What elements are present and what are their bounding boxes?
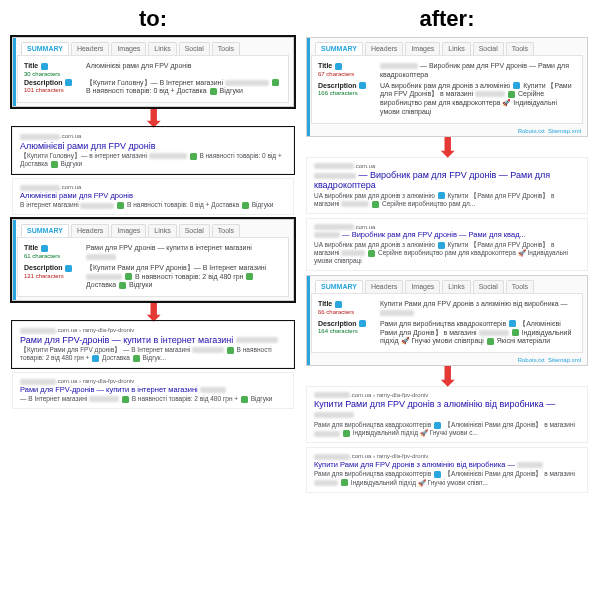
heading-to: to: — [12, 0, 294, 34]
arrow-icon: ⬇ — [12, 111, 294, 125]
arrow-icon: ⬇ — [12, 305, 294, 319]
tab-images[interactable]: Images — [111, 42, 146, 55]
tab-social[interactable]: Social — [179, 42, 210, 55]
seo-panel-2: SUMMARY Headers Images Links Social Tool… — [12, 219, 294, 301]
seo-panel-1: SUMMARY Headers Images Links Social Tool… — [12, 37, 294, 107]
serp-result-2r[interactable]: .com.ua — Виробник рам для FPV дронів — … — [306, 218, 588, 271]
tab-tools[interactable]: Tools — [212, 42, 240, 55]
heading-after: after: — [306, 0, 588, 34]
column-to: to: SUMMARY Headers Images Links Social … — [12, 0, 294, 497]
tabs: SUMMARY Headers Images Links Social Tool… — [13, 38, 293, 55]
tab-summary[interactable]: SUMMARY — [21, 42, 69, 55]
column-after: after: SUMMARY Headers Images Links Soci… — [306, 0, 588, 497]
serp-result-1r[interactable]: .com.ua — Виробник рам для FPV дронів — … — [306, 157, 588, 214]
serp-result-3[interactable]: .com.ua › ramy-dla-fpv-droniv Рами для F… — [12, 321, 294, 368]
arrow-icon: ⬇ — [306, 370, 588, 384]
serp-result-4[interactable]: .com.ua › ramy-dla-fpv-droniv Рами для F… — [12, 372, 294, 409]
serp-result-1[interactable]: .com.ua Алюмінієві рами для FPV дронів 【… — [12, 127, 294, 174]
desc-value: 【Купити Головну】— В Інтернет магазині В … — [86, 79, 282, 97]
seo-panel-1r: SUMMARY Headers Images Links Social Tool… — [306, 37, 588, 137]
arrow-icon: ⬇ — [306, 141, 588, 155]
seo-panel-2r: SUMMARY Headers Images Links Social Tool… — [306, 275, 588, 366]
tab-headers[interactable]: Headers — [71, 42, 109, 55]
serp-result-2[interactable]: .com.ua Алюмінієві рами для FPV дронів В… — [12, 178, 294, 215]
title-value: Алюмінієві рами для FPV дронів — [86, 62, 282, 71]
tab-links[interactable]: Links — [148, 42, 176, 55]
label-title: Title — [24, 62, 38, 69]
serp-result-4r[interactable]: .com.ua › ramy-dla-fpv-droniv Купити Рам… — [306, 447, 588, 492]
title-chars: 30 characters — [24, 71, 60, 77]
serp-result-3r[interactable]: .com.ua › ramy-dla-fpv-droniv Купити Рам… — [306, 386, 588, 443]
